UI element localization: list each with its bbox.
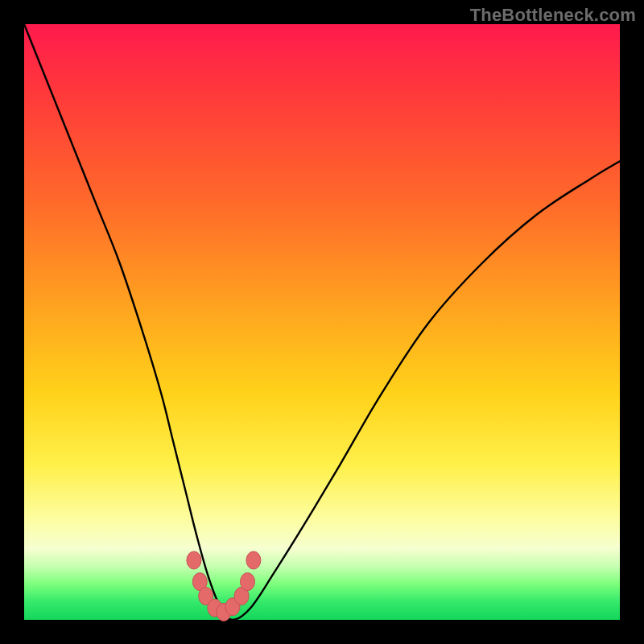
trough-marker [241, 573, 255, 591]
chart-overlay [24, 24, 620, 620]
plot-area [24, 24, 620, 620]
trough-marker [187, 551, 201, 569]
bottleneck-curve [24, 24, 620, 620]
trough-marker [246, 551, 261, 569]
chart-frame: TheBottleneck.com [0, 0, 644, 644]
trough-markers [187, 551, 261, 621]
watermark-text: TheBottleneck.com [470, 5, 636, 26]
